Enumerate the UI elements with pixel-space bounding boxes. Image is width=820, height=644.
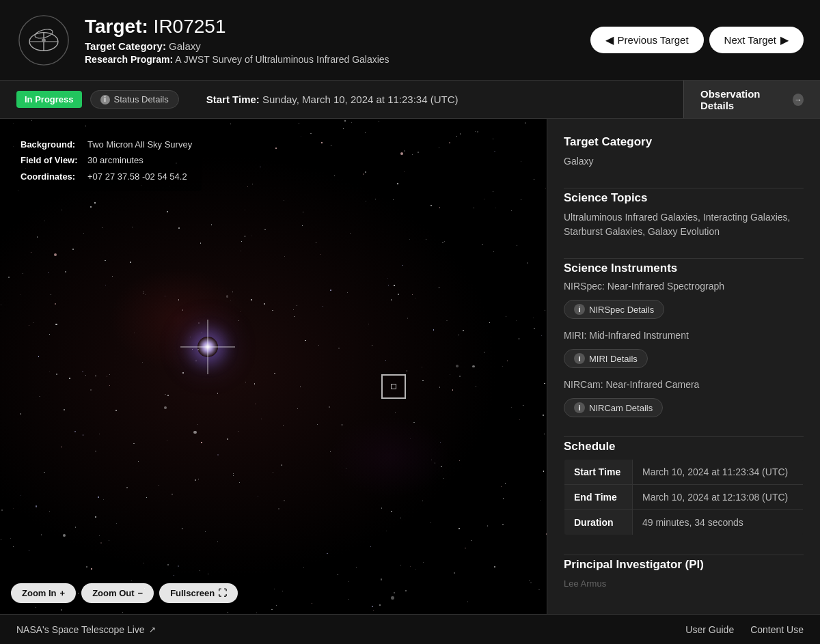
arrow-right-icon: ▶ <box>780 33 789 46</box>
arrow-right-circle-icon: → <box>793 94 804 106</box>
logo-container <box>16 13 71 68</box>
panel-pi: Principal Investigator (PI) Lee Armus <box>564 558 804 591</box>
footer-left: NASA's Space Telescope Live ↗ <box>16 624 156 635</box>
observation-details-tab[interactable]: Observation Details → <box>683 81 820 118</box>
instrument-nircam: NIRCam: Near-Infrared Camera i NIRCam De… <box>564 379 804 417</box>
page-header: Target: IR07251 Target Category: Galaxy … <box>0 0 820 81</box>
main-content: Background: Two Micron All Sky Survey Fi… <box>0 119 820 614</box>
zoom-in-button[interactable]: Zoom In + <box>11 583 76 603</box>
main-star <box>197 337 218 357</box>
status-details-button[interactable]: i Status Details <box>90 90 179 109</box>
zoom-out-button[interactable]: Zoom Out − <box>81 583 154 603</box>
page-footer: NASA's Space Telescope Live ↗ User Guide… <box>0 614 820 644</box>
target-title: Target: IR07251 <box>85 16 390 38</box>
target-reticle <box>381 374 406 399</box>
plus-icon: + <box>60 588 66 598</box>
sky-canvas: Background: Two Micron All Sky Survey Fi… <box>0 119 547 614</box>
external-link-icon: ↗ <box>149 625 156 634</box>
background-row: Background: Two Micron All Sky Survey <box>20 137 192 152</box>
schedule-row-start: Start Time March 10, 2024 at 11:23:34 (U… <box>564 460 804 485</box>
status-bar: In Progress i Status Details Start Time:… <box>0 81 820 119</box>
user-guide-link[interactable]: User Guide <box>685 624 734 635</box>
panel-science-instruments: Science Instruments NIRSpec: Near-Infrar… <box>564 262 804 417</box>
footer-right: User Guide Content Use <box>685 624 804 635</box>
divider-3 <box>564 436 804 437</box>
next-target-button[interactable]: Next Target ▶ <box>709 27 804 53</box>
svg-point-5 <box>42 38 46 42</box>
reticle-box <box>381 374 406 399</box>
minus-icon: − <box>138 588 144 598</box>
divider-1 <box>564 188 804 188</box>
nirspec-details-button[interactable]: i NIRSpec Details <box>564 300 664 319</box>
arrow-left-icon: ◀ <box>605 33 614 46</box>
reticle-inner <box>391 384 396 389</box>
header-info: Target: IR07251 Target Category: Galaxy … <box>85 16 390 65</box>
research-program-line: Research Program: A JWST Survey of Ultra… <box>85 54 390 65</box>
divider-4 <box>564 555 804 555</box>
prev-target-button[interactable]: ◀ Previous Target <box>590 27 704 53</box>
miri-details-button[interactable]: i MIRI Details <box>564 349 648 368</box>
schedule-row-end: End Time March 10, 2024 at 12:13:08 (UTC… <box>564 485 804 510</box>
coords-row: Coordinates: +07 27 37.58 -02 54 54.2 <box>20 169 192 184</box>
divider-2 <box>564 258 804 259</box>
start-time-display: Start Time: Sunday, March 10, 2024 at 11… <box>206 94 459 105</box>
info-circle-icon: i <box>100 95 110 104</box>
panel-schedule: Schedule Start Time March 10, 2024 at 11… <box>564 440 804 535</box>
content-use-link[interactable]: Content Use <box>750 624 804 635</box>
target-category-line: Target Category: Galaxy <box>85 40 390 52</box>
right-panel: Target Category Galaxy Science Topics Ul… <box>547 119 820 614</box>
header-left: Target: IR07251 Target Category: Galaxy … <box>16 13 390 68</box>
fullscreen-icon: ⛶ <box>218 588 227 598</box>
header-nav: ◀ Previous Target Next Target ▶ <box>590 27 804 53</box>
info-icon-3: i <box>574 402 585 413</box>
instrument-miri: MIRI: Mid-Infrared Instrument i MIRI Det… <box>564 330 804 368</box>
panel-target-category: Target Category Galaxy <box>564 135 804 169</box>
info-icon-2: i <box>574 353 585 364</box>
fullscreen-button[interactable]: Fullscreen ⛶ <box>159 583 238 603</box>
sky-controls: Zoom In + Zoom Out − Fullscreen ⛶ <box>11 583 238 603</box>
in-progress-badge: In Progress <box>16 91 82 108</box>
sky-viewer: Background: Two Micron All Sky Survey Fi… <box>0 119 547 614</box>
schedule-table: Start Time March 10, 2024 at 11:23:34 (U… <box>564 459 804 535</box>
schedule-row-duration: Duration 49 minutes, 34 seconds <box>564 510 804 535</box>
panel-science-topics: Science Topics Ultraluminous Infrared Ga… <box>564 191 804 239</box>
stars-background <box>0 119 547 614</box>
sky-overlay-info: Background: Two Micron All Sky Survey Fi… <box>11 130 202 191</box>
nircam-details-button[interactable]: i NIRCam Details <box>564 398 663 417</box>
star-spike-vertical <box>208 320 208 374</box>
site-logo <box>18 14 70 66</box>
fov-row: Field of View: 30 arcminutes <box>20 152 192 168</box>
instrument-nirspec: NIRSpec: Near-Infrared Spectrograph i NI… <box>564 281 804 319</box>
info-icon: i <box>574 304 585 315</box>
